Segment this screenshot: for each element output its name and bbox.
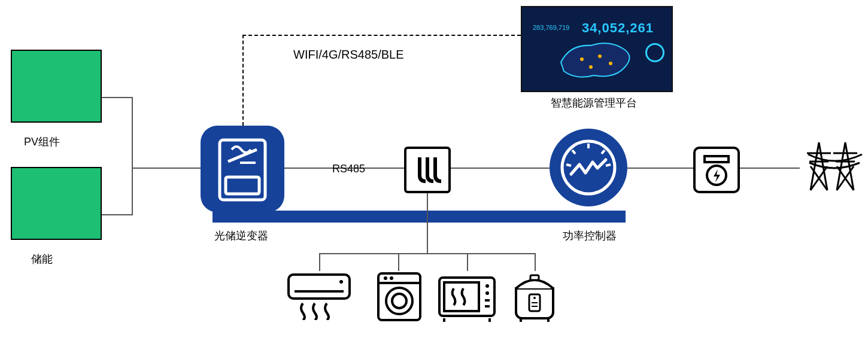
power-controller [550,129,627,206]
wire [467,253,468,271]
meter-icon [696,149,738,191]
wire [102,214,132,215]
inverter-icon [201,126,284,212]
washing-machine-icon [376,271,423,322]
breaker-icon [406,149,448,191]
dashboard-small-number: 283,769,719 [533,24,569,31]
svg-line-16 [606,165,611,166]
platform-dashboard: 283,769,719 34,052,261 [521,6,673,92]
pv-panel-bottom [11,167,102,240]
svg-point-39 [485,291,489,295]
dashed-link [242,35,521,36]
inverter-label: 光储逆变器 [214,229,268,243]
pv-panel-top [11,50,102,123]
svg-line-14 [602,150,605,154]
svg-rect-5 [226,177,259,194]
svg-point-1 [598,54,602,58]
wire [740,168,800,169]
svg-point-46 [533,297,536,299]
pv-bottom-label: 储能 [31,252,53,266]
breaker-box [404,147,451,193]
svg-point-29 [339,280,343,284]
wire [398,253,399,271]
grid-towers-icon [800,130,866,196]
china-map-icon [558,38,636,81]
wire [627,168,693,169]
blue-connector-bar [213,211,626,223]
svg-point-33 [390,276,393,280]
link-text: WIFI/4G/RS485/BLE [293,48,404,62]
wire [535,253,536,271]
platform-label: 智慧能源管理平台 [551,96,637,110]
svg-rect-27 [289,275,350,299]
wire [102,97,132,98]
dashed-link [242,35,244,126]
wire [451,168,550,169]
wire [427,193,428,253]
svg-point-38 [485,284,489,288]
rs485-label: RS485 [332,163,365,175]
dashboard-ring-icon [645,43,664,62]
microwave-icon [437,275,497,322]
pv-top-label: PV组件 [24,135,60,149]
svg-point-32 [384,276,387,280]
svg-line-15 [566,165,571,166]
svg-point-3 [589,65,593,69]
rice-cooker-icon [510,274,559,322]
inverter [201,126,284,212]
wire [319,253,320,271]
svg-line-13 [572,150,575,154]
svg-point-2 [609,62,612,65]
controller-gauge-icon [550,129,627,206]
air-conditioner-icon [286,272,352,320]
svg-rect-44 [530,275,539,280]
svg-point-0 [580,57,584,61]
svg-rect-17 [705,156,729,162]
dashboard-big-number: 34,052,261 [582,20,654,36]
energy-meter [693,147,740,193]
wire [132,97,133,215]
controller-label: 功率控制器 [563,229,617,243]
wire [132,168,201,169]
wire [319,253,535,254]
